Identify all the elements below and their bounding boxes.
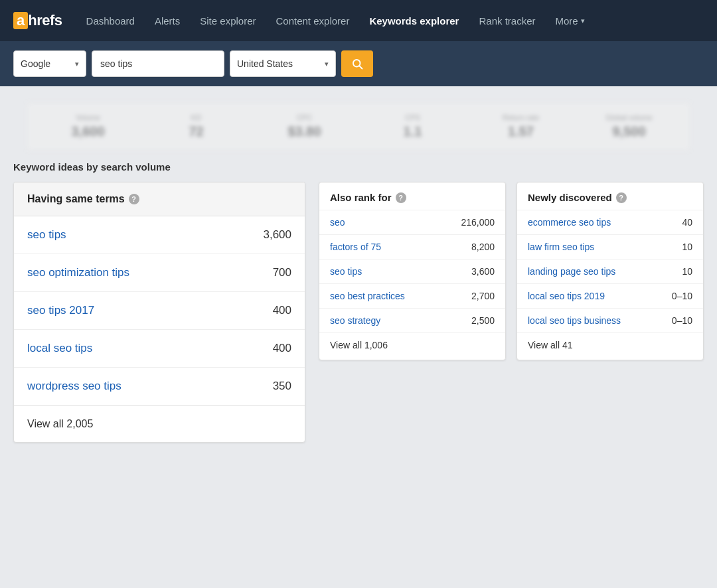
country-label: United States <box>237 58 293 69</box>
table-row[interactable]: seo tips 2017 400 <box>14 292 305 330</box>
logo[interactable]: ahrefs <box>13 12 62 29</box>
right-cards-row: Also rank for ? seo 216,000 factors of 7… <box>319 182 704 360</box>
nav-site-explorer[interactable]: Site explorer <box>192 10 264 32</box>
new-vol-2: 10 <box>682 242 692 252</box>
table-row[interactable]: seo tips 3,600 <box>319 259 505 284</box>
nav-keywords-explorer[interactable]: Keywords explorer <box>361 10 467 32</box>
also-link-3[interactable]: seo tips <box>330 266 362 277</box>
also-link-4[interactable]: seo best practices <box>330 291 405 301</box>
also-link-1[interactable]: seo <box>330 217 345 228</box>
keyword-volume-4: 400 <box>273 342 291 355</box>
keyword-volume-1: 3,600 <box>263 228 291 242</box>
new-link-1[interactable]: ecommerce seo tips <box>528 217 611 228</box>
keyword-volume-2: 700 <box>273 266 291 279</box>
also-link-2[interactable]: factors of 75 <box>330 242 381 252</box>
metric-return-rate: Return rate 1.57 <box>473 113 568 139</box>
search-bar: Google ▾ United States ▾ <box>0 41 717 86</box>
same-terms-title: Having same terms <box>27 193 125 205</box>
also-vol-4: 2,700 <box>471 291 495 301</box>
metrics-strip: Volume 3,600 KD 72 CPC $3.80 CPS 1.1 Ret… <box>27 102 690 151</box>
new-vol-4: 0–10 <box>672 291 692 301</box>
same-terms-view-all[interactable]: View all 2,005 <box>14 405 305 442</box>
table-row[interactable]: landing page seo tips 10 <box>517 259 703 284</box>
new-vol-3: 10 <box>682 266 692 277</box>
logo-a-letter: a <box>13 12 28 29</box>
new-link-3[interactable]: landing page seo tips <box>528 266 615 277</box>
also-vol-1: 216,000 <box>461 217 495 228</box>
logo-hrefs: hrefs <box>28 12 62 29</box>
nav-more[interactable]: More ▾ <box>548 10 593 32</box>
cards-row: Having same terms ? seo tips 3,600 seo o… <box>13 182 704 443</box>
keyword-link-1[interactable]: seo tips <box>27 228 66 242</box>
new-vol-1: 40 <box>682 217 692 228</box>
keyword-link-5[interactable]: wordpress seo tips <box>27 380 121 393</box>
table-row[interactable]: seo strategy 2,500 <box>319 309 505 333</box>
keyword-link-2[interactable]: seo optimization tips <box>27 266 129 279</box>
keyword-volume-3: 400 <box>273 304 291 317</box>
table-row[interactable]: seo best practices 2,700 <box>319 284 505 309</box>
newly-discovered-view-all[interactable]: View all 41 <box>517 333 703 360</box>
svg-line-1 <box>359 66 362 68</box>
also-rank-card: Also rank for ? seo 216,000 factors of 7… <box>319 182 506 360</box>
newly-discovered-card: Newly discovered ? ecommerce seo tips 40… <box>517 182 704 360</box>
nav-rank-tracker[interactable]: Rank tracker <box>471 10 543 32</box>
keyword-link-4[interactable]: local seo tips <box>27 342 92 355</box>
metric-global-volume: Global volume 9,500 <box>582 113 677 139</box>
metric-kd: KD 72 <box>149 113 244 139</box>
metric-cpc: CPC $3.80 <box>257 113 352 139</box>
keyword-link-3[interactable]: seo tips 2017 <box>27 304 94 317</box>
main-content: Volume 3,600 KD 72 CPC $3.80 CPS 1.1 Ret… <box>0 86 717 459</box>
new-link-4[interactable]: local seo tips 2019 <box>528 291 605 301</box>
table-row[interactable]: seo 216,000 <box>319 210 505 235</box>
also-rank-title: Also rank for <box>330 192 392 203</box>
navbar: ahrefs Dashboard Alerts Site explorer Co… <box>0 0 717 41</box>
also-rank-help-icon[interactable]: ? <box>396 192 406 203</box>
engine-label: Google <box>21 58 50 69</box>
also-vol-2: 8,200 <box>471 242 495 252</box>
table-row[interactable]: local seo tips 2019 0–10 <box>517 284 703 309</box>
search-button[interactable] <box>341 50 373 77</box>
newly-discovered-help-icon[interactable]: ? <box>616 192 627 203</box>
newly-discovered-header: Newly discovered ? <box>517 183 703 210</box>
metric-cps: CPS 1.1 <box>365 113 460 139</box>
metric-volume: Volume 3,600 <box>40 113 135 139</box>
table-row[interactable]: seo tips 3,600 <box>14 216 305 254</box>
table-row[interactable]: seo optimization tips 700 <box>14 254 305 292</box>
keyword-input[interactable] <box>92 50 224 77</box>
table-row[interactable]: wordpress seo tips 350 <box>14 368 305 405</box>
also-link-5[interactable]: seo strategy <box>330 315 380 326</box>
keyword-volume-5: 350 <box>273 380 291 393</box>
also-rank-header: Also rank for ? <box>319 183 505 210</box>
same-terms-help-icon[interactable]: ? <box>129 194 139 204</box>
also-rank-view-all[interactable]: View all 1,006 <box>319 333 505 360</box>
table-row[interactable]: local seo tips 400 <box>14 330 305 368</box>
same-terms-card: Having same terms ? seo tips 3,600 seo o… <box>13 182 305 443</box>
also-vol-5: 2,500 <box>471 315 495 326</box>
same-terms-header: Having same terms ? <box>14 183 305 216</box>
new-link-2[interactable]: law firm seo tips <box>528 242 594 252</box>
new-vol-5: 0–10 <box>672 315 692 326</box>
more-chevron-icon: ▾ <box>581 17 585 25</box>
table-row[interactable]: ecommerce seo tips 40 <box>517 210 703 235</box>
search-icon <box>351 58 363 70</box>
engine-select[interactable]: Google ▾ <box>13 50 86 77</box>
nav-content-explorer[interactable]: Content explorer <box>268 10 358 32</box>
also-vol-3: 3,600 <box>471 266 495 277</box>
new-link-5[interactable]: local seo tips business <box>528 315 621 326</box>
table-row[interactable]: local seo tips business 0–10 <box>517 309 703 333</box>
right-cards: Also rank for ? seo 216,000 factors of 7… <box>305 182 704 360</box>
table-row[interactable]: law firm seo tips 10 <box>517 235 703 259</box>
country-select[interactable]: United States ▾ <box>230 50 336 77</box>
table-row[interactable]: factors of 75 8,200 <box>319 235 505 259</box>
nav-dashboard[interactable]: Dashboard <box>78 10 143 32</box>
newly-discovered-title: Newly discovered <box>528 192 612 203</box>
nav-alerts[interactable]: Alerts <box>147 10 188 32</box>
section-title: Keyword ideas by search volume <box>13 161 704 173</box>
country-chevron-icon: ▾ <box>325 60 329 68</box>
engine-chevron-icon: ▾ <box>75 60 79 68</box>
